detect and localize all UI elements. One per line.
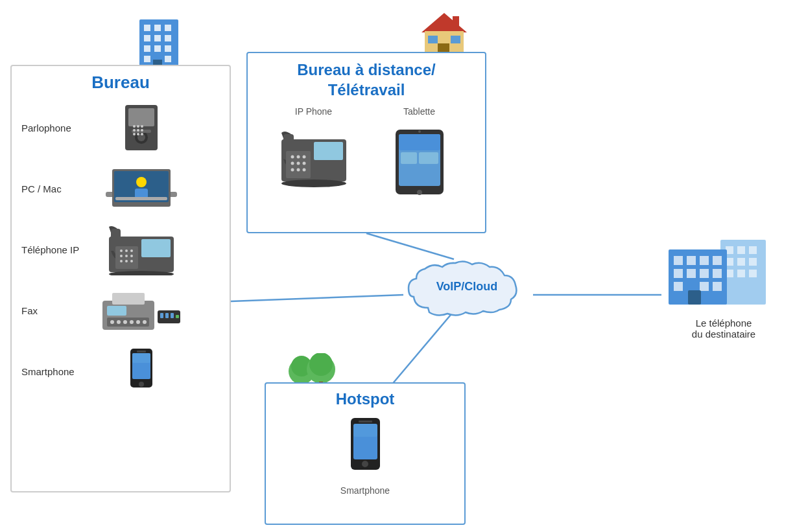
pc-label: PC / Mac — [21, 183, 93, 194]
svg-rect-119 — [737, 258, 745, 266]
telephone-ip-icon — [99, 224, 184, 275]
svg-rect-134 — [700, 282, 709, 291]
svg-point-46 — [141, 133, 143, 135]
svg-point-74 — [130, 320, 134, 324]
svg-point-64 — [125, 260, 128, 262]
svg-point-95 — [296, 162, 300, 165]
svg-point-43 — [141, 129, 143, 132]
svg-point-58 — [125, 249, 128, 252]
svg-point-110 — [362, 461, 368, 467]
svg-rect-127 — [700, 256, 709, 265]
svg-marker-18 — [421, 13, 467, 32]
remote-title: Bureau à distance/Télétravail — [261, 60, 472, 100]
svg-rect-52 — [115, 197, 167, 200]
pc-icon — [99, 163, 184, 214]
svg-rect-88 — [314, 142, 343, 160]
svg-rect-21 — [428, 36, 438, 43]
svg-point-96 — [302, 162, 305, 165]
svg-point-91 — [291, 156, 294, 159]
svg-rect-85 — [137, 351, 146, 353]
svg-rect-34 — [128, 108, 154, 126]
svg-rect-15 — [165, 56, 171, 62]
svg-rect-79 — [165, 313, 169, 318]
svg-point-84 — [139, 382, 144, 387]
parlophone-label: Parlophone — [21, 122, 93, 133]
svg-rect-135 — [713, 282, 722, 291]
svg-rect-12 — [154, 45, 161, 52]
bureau-title: Bureau — [21, 73, 220, 93]
svg-point-62 — [130, 255, 133, 257]
svg-rect-120 — [749, 258, 757, 266]
svg-rect-104 — [401, 152, 417, 164]
remote-items: IP Phone — [261, 106, 472, 204]
svg-rect-126 — [687, 256, 696, 265]
svg-rect-116 — [737, 246, 745, 254]
svg-rect-122 — [737, 270, 745, 277]
tablette-label: Tablette — [403, 106, 435, 117]
svg-rect-129 — [674, 269, 683, 278]
svg-rect-128 — [713, 256, 722, 265]
tablette-icon — [381, 120, 458, 204]
svg-point-98 — [296, 168, 300, 172]
fax-icon — [99, 284, 184, 336]
svg-rect-23 — [453, 16, 459, 29]
hotspot-items: Smartphone — [279, 415, 451, 496]
fax-label: Fax — [21, 305, 93, 316]
bureau-item-telephone-ip: Téléphone IP — [21, 224, 220, 275]
svg-rect-133 — [674, 282, 683, 291]
svg-point-92 — [296, 156, 300, 159]
telephone-ip-label: Téléphone IP — [21, 244, 93, 255]
smartphone-icon — [99, 345, 184, 397]
svg-point-71 — [110, 320, 114, 324]
svg-point-38 — [133, 125, 136, 128]
ipphone-label: IP Phone — [295, 106, 332, 117]
svg-line-0 — [231, 295, 403, 301]
svg-rect-117 — [749, 246, 757, 254]
svg-rect-111 — [359, 421, 372, 422]
svg-point-59 — [130, 249, 133, 252]
ipphone-icon — [275, 120, 353, 204]
svg-rect-8 — [144, 35, 150, 41]
svg-point-73 — [123, 320, 127, 324]
svg-point-61 — [125, 255, 128, 257]
bureau-box: Bureau Parlophone — [10, 65, 231, 492]
svg-rect-13 — [165, 45, 171, 52]
svg-point-28 — [309, 353, 333, 376]
svg-rect-125 — [674, 256, 683, 265]
svg-rect-69 — [107, 306, 126, 316]
svg-rect-68 — [112, 293, 145, 305]
svg-point-42 — [137, 129, 139, 132]
remote-item-tablette: Tablette — [381, 106, 458, 204]
svg-rect-80 — [171, 313, 174, 318]
svg-point-99 — [302, 168, 305, 172]
svg-point-44 — [133, 133, 136, 135]
smartphone-label: Smartphone — [21, 366, 93, 377]
bureau-item-smartphone: Smartphone — [21, 345, 220, 397]
bureau-item-fax: Fax — [21, 284, 220, 336]
svg-rect-103 — [399, 134, 440, 150]
svg-point-75 — [136, 320, 140, 324]
svg-rect-7 — [165, 25, 171, 31]
remote-item-ipphone: IP Phone — [275, 106, 353, 204]
hotspot-item-smartphone: Smartphone — [340, 415, 390, 496]
svg-point-63 — [120, 260, 123, 262]
svg-point-93 — [302, 156, 305, 159]
svg-rect-86 — [132, 353, 150, 363]
svg-point-106 — [417, 190, 422, 195]
svg-rect-54 — [141, 239, 171, 257]
svg-point-40 — [141, 125, 143, 128]
svg-rect-131 — [700, 269, 709, 278]
svg-point-39 — [137, 125, 139, 128]
svg-point-50 — [136, 177, 147, 187]
svg-rect-14 — [144, 56, 150, 62]
svg-rect-81 — [176, 315, 179, 318]
destination-label: Le téléphonedu destinataire — [692, 318, 755, 340]
svg-rect-22 — [451, 36, 460, 43]
voip-cloud: VoIP/Cloud — [402, 253, 532, 330]
svg-rect-105 — [419, 152, 438, 164]
svg-rect-123 — [749, 270, 757, 277]
svg-point-100 — [281, 179, 346, 187]
bureau-item-pc: PC / Mac — [21, 163, 220, 214]
hotspot-smartphone-label: Smartphone — [340, 485, 390, 496]
hotspot-title: Hotspot — [279, 390, 451, 408]
